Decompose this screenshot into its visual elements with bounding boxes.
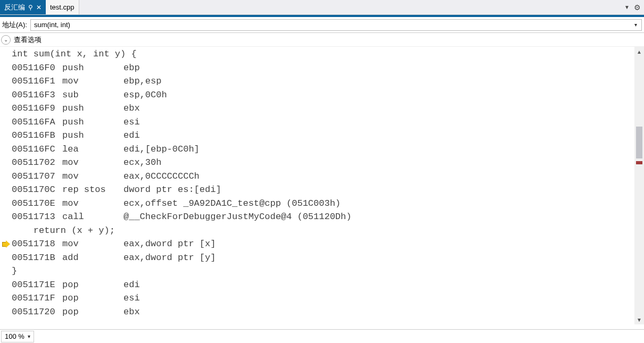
gutter-row[interactable] (0, 129, 12, 143)
asm-operands: dword ptr es:[edi] (123, 185, 221, 195)
pin-icon[interactable]: ⚲ (28, 4, 33, 11)
gutter-row[interactable] (0, 183, 12, 197)
asm-address: 005116FB (12, 129, 62, 143)
gear-icon[interactable]: ⚙ (634, 3, 641, 12)
chevron-down-icon[interactable]: ▾ (633, 22, 638, 28)
asm-address: 0051170E (12, 197, 62, 211)
gutter-row[interactable] (0, 74, 12, 88)
source-line[interactable]: int sum(int x, int y) { (12, 47, 644, 61)
gutter-row[interactable] (0, 305, 12, 319)
status-bar: 100 % ▾ (0, 329, 644, 343)
asm-mnemonic: push (62, 61, 123, 75)
asm-operands: @__CheckForDebuggerJustMyCode@4 (051120D… (123, 212, 351, 222)
asm-address: 00511713 (12, 210, 62, 224)
gutter-row[interactable] (0, 237, 12, 251)
gutter-row[interactable] (0, 224, 12, 238)
source-line[interactable]: return (x + y); (12, 224, 644, 238)
scroll-thumb[interactable] (636, 127, 642, 158)
scroll-up-icon[interactable]: ▲ (634, 47, 644, 56)
window-options-icon[interactable]: ▼ (624, 4, 630, 10)
asm-line[interactable]: 005116F1 movebp,esp (12, 74, 644, 88)
asm-mnemonic: pop (62, 291, 123, 305)
asm-line[interactable]: 0051171E popedi (12, 278, 644, 292)
asm-address: 00511707 (12, 170, 62, 183)
gutter-row[interactable] (0, 156, 12, 170)
asm-mnemonic: sub (62, 88, 123, 102)
gutter-row[interactable] (0, 291, 12, 305)
tab-label: 反汇编 (4, 3, 25, 12)
gutter-row[interactable] (0, 278, 12, 292)
asm-address: 005116F3 (12, 88, 62, 102)
asm-address: 00511702 (12, 156, 62, 170)
zoom-selector[interactable]: 100 % ▾ (1, 331, 34, 342)
asm-line[interactable]: 00511713 call@__CheckForDebuggerJustMyCo… (12, 210, 644, 224)
gutter-row[interactable] (0, 102, 12, 115)
instruction-pointer-icon (2, 240, 10, 248)
asm-line[interactable]: 00511707 moveax,0CCCCCCCCh (12, 170, 644, 183)
asm-mnemonic: add (62, 251, 123, 265)
code-area[interactable]: int sum(int x, int y) {005116F0 pushebp0… (12, 47, 644, 333)
address-input[interactable]: sum(int, int) ▾ (30, 19, 642, 31)
asm-mnemonic: pop (62, 305, 123, 319)
gutter-row[interactable] (0, 264, 12, 278)
address-input-value: sum(int, int) (34, 21, 633, 29)
view-options-label: 查看选项 (14, 35, 42, 45)
tab-disassembly[interactable]: 反汇编 ⚲ ✕ (0, 0, 46, 14)
scroll-down-icon[interactable]: ▼ (634, 315, 644, 324)
gutter-row[interactable] (0, 115, 12, 129)
asm-mnemonic: push (62, 115, 123, 129)
gutter-row[interactable] (0, 47, 12, 61)
asm-address: 0051171B (12, 251, 62, 265)
asm-mnemonic: rep stos (62, 183, 123, 197)
asm-line[interactable]: 00511720 popebx (12, 305, 644, 319)
asm-line[interactable]: 005116F3 subesp,0C0h (12, 88, 644, 102)
asm-operands: ecx,30h (123, 157, 161, 168)
asm-line[interactable]: 005116FB pushedi (12, 129, 644, 143)
gutter-row[interactable] (0, 210, 12, 224)
asm-line[interactable]: 0051171F popesi (12, 291, 644, 305)
disassembly-pane: int sum(int x, int y) {005116F0 pushebp0… (0, 47, 644, 333)
asm-operands: ebp,esp (123, 76, 161, 86)
asm-mnemonic: lea (62, 143, 123, 156)
asm-operands: eax,dword ptr [y] (123, 253, 216, 263)
source-text: } (12, 266, 17, 276)
asm-line[interactable]: 0051170E movecx,offset _9A92DA1C_test@cp… (12, 197, 644, 211)
asm-mnemonic: pop (62, 278, 123, 292)
asm-operands: edi,[ebp-0C0h] (123, 144, 200, 154)
asm-address: 005116FC (12, 143, 62, 156)
asm-operands: esi (123, 293, 140, 303)
asm-line[interactable]: 00511702 movecx,30h (12, 156, 644, 170)
gutter-row[interactable] (0, 143, 12, 156)
tab-file[interactable]: test.cpp (46, 0, 79, 14)
gutter-row[interactable] (0, 197, 12, 211)
asm-line[interactable]: 0051171B addeax,dword ptr [y] (12, 251, 644, 265)
asm-operands: ebx (123, 307, 140, 317)
gutter-row[interactable] (0, 170, 12, 183)
expand-options-icon[interactable]: ⌄ (1, 35, 11, 45)
source-line[interactable]: } (12, 264, 644, 278)
asm-line[interactable]: 005116FA pushesi (12, 115, 644, 129)
asm-operands: ebx (123, 103, 140, 113)
gutter-row[interactable] (0, 88, 12, 102)
asm-address: 005116F0 (12, 61, 62, 75)
gutter-row[interactable] (0, 61, 12, 75)
asm-operands: esi (123, 117, 140, 127)
asm-mnemonic: push (62, 102, 123, 115)
close-icon[interactable]: ✕ (36, 4, 42, 11)
asm-operands: eax,dword ptr [x] (123, 239, 216, 249)
asm-address: 00511720 (12, 305, 62, 319)
asm-mnemonic: mov (62, 197, 123, 211)
asm-line[interactable]: 00511718 moveax,dword ptr [x] (12, 237, 644, 251)
asm-line[interactable]: 0051170C rep stosdword ptr es:[edi] (12, 183, 644, 197)
asm-line[interactable]: 005116F9 pushebx (12, 102, 644, 115)
asm-line[interactable]: 005116FC leaedi,[ebp-0C0h] (12, 143, 644, 156)
view-options-row: ⌄ 查看选项 (0, 33, 644, 47)
chevron-down-icon[interactable]: ▾ (28, 333, 30, 339)
source-text: int sum(int x, int y) { (12, 49, 137, 59)
asm-line[interactable]: 005116F0 pushebp (12, 61, 644, 75)
vertical-scrollbar[interactable]: ▲ ▼ (634, 47, 644, 324)
gutter (0, 47, 12, 333)
asm-operands: edi (123, 130, 140, 140)
gutter-row[interactable] (0, 251, 12, 265)
scroll-marker (636, 161, 642, 164)
